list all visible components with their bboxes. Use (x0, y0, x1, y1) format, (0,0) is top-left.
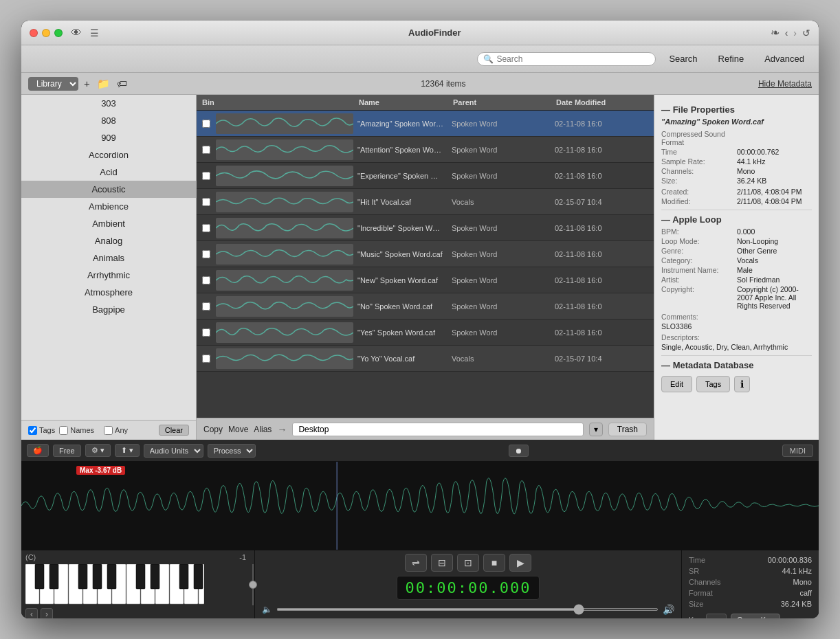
folder-icon-button[interactable]: 📁 (96, 76, 111, 91)
sidebar-item-acid[interactable]: Acid (21, 164, 196, 181)
row-checkbox[interactable] (202, 146, 210, 154)
row-checkbox[interactable] (202, 224, 210, 232)
add-library-button[interactable]: + (82, 76, 91, 91)
loop-button[interactable]: ⊟ (431, 554, 453, 572)
table-row[interactable]: "No" Spoken Word.caf Spoken Word 02-11-0… (197, 293, 654, 320)
table-row[interactable]: "Incredible" Spoken Word.caf Spoken Word… (197, 215, 654, 241)
waveform-thumbnail (216, 218, 353, 238)
hide-metadata-button[interactable]: Hide Metadata (758, 79, 812, 89)
any-checkbox-label[interactable]: Any (104, 426, 128, 435)
svg-rect-15 (35, 564, 44, 589)
category-label: Category: (661, 256, 737, 265)
table-row[interactable]: "Attention" Spoken Word.caf Spoken Word … (197, 137, 654, 163)
row-checkbox[interactable] (202, 198, 210, 206)
destination-input[interactable] (292, 423, 583, 436)
row-checkbox[interactable] (202, 120, 210, 128)
settings-button[interactable]: ⚙ ▾ (85, 444, 111, 457)
any-checkbox[interactable] (104, 426, 113, 435)
stat-channels-value: Mono (793, 578, 812, 586)
tags-button[interactable]: Tags (696, 376, 730, 392)
table-row[interactable]: "Amazing" Spoken Word.caf Spoken Word 02… (197, 111, 654, 137)
file-name: "Yes" Spoken Word.caf (353, 328, 447, 337)
midi-button[interactable]: MIDI (782, 445, 813, 457)
table-row[interactable]: "New" Spoken Word.caf Spoken Word 02-11-… (197, 267, 654, 293)
sidebar-item-ambience[interactable]: Ambience (21, 198, 196, 215)
shuffle-button[interactable]: ⇌ (405, 554, 427, 572)
apple-button[interactable]: 🍎 (27, 444, 49, 457)
row-checkbox[interactable] (202, 172, 210, 180)
col-date: Date Modified (551, 97, 654, 108)
loop-mode-label: Loop Mode: (661, 237, 737, 245)
hamburger-icon[interactable]: ☰ (90, 27, 99, 38)
sidebar-item-909[interactable]: 909 (21, 129, 196, 146)
minimize-button[interactable] (42, 29, 50, 37)
sidebar-item-analog[interactable]: Analog (21, 232, 196, 249)
tags-checkbox-label[interactable]: Tags (28, 426, 55, 435)
file-date: 02-15-07 10:4 (551, 355, 654, 363)
right-arrow-icon[interactable]: › (793, 27, 797, 38)
sidebar-item-atmosphere[interactable]: Atmosphere (21, 284, 196, 301)
piano-svg[interactable] (25, 564, 204, 605)
sidebar-item-animals[interactable]: Animals (21, 249, 196, 267)
guess-key-button[interactable]: Guess Key (731, 614, 780, 618)
table-row[interactable]: "Yes" Spoken Word.caf Spoken Word 02-11-… (197, 320, 654, 346)
sidebar-item-bagpipe[interactable]: Bagpipe (21, 301, 196, 318)
refine-button[interactable]: Refine (711, 51, 752, 67)
trash-button[interactable]: Trash (608, 423, 647, 436)
search-button[interactable]: Search (661, 51, 705, 67)
table-row[interactable]: "Hit It" Vocal.caf Vocals 02-15-07 10:4 (197, 189, 654, 215)
skip-back-button[interactable]: ⊡ (457, 554, 479, 572)
table-row[interactable]: "Experience" Spoken Word.caf Spoken Word… (197, 163, 654, 189)
process-select[interactable]: Process (208, 444, 256, 458)
volume-slider[interactable] (276, 608, 659, 611)
close-button[interactable] (30, 29, 38, 37)
waveform-display[interactable]: Max -3.67 dB (21, 462, 819, 550)
piano-left-button[interactable]: ‹ (25, 608, 38, 618)
row-checkbox[interactable] (202, 302, 210, 311)
left-arrow-icon[interactable]: ‹ (785, 27, 788, 38)
waveform-thumbnail (216, 270, 353, 291)
sidebar-item-ambient[interactable]: Ambient (21, 215, 196, 232)
zoom-button[interactable] (54, 29, 63, 37)
names-checkbox-label[interactable]: Names (59, 426, 94, 435)
copy-button[interactable]: Copy (203, 425, 223, 434)
stop-button[interactable]: ■ (483, 554, 505, 572)
sidebar-item-acoustic[interactable]: Acoustic (21, 181, 196, 198)
created-value: 2/11/08, 4:08:04 PM (737, 188, 802, 196)
row-checkbox[interactable] (202, 276, 210, 284)
audio-units-select[interactable]: Audio Units (144, 444, 203, 458)
tags-checkbox[interactable] (28, 426, 37, 435)
library-select[interactable]: Library (28, 77, 78, 91)
sidebar-item-303[interactable]: 303 (21, 95, 196, 112)
destination-arrow-button[interactable]: ▾ (589, 423, 603, 436)
row-checkbox[interactable] (202, 250, 210, 258)
table-row[interactable]: "Music" Spoken Word.caf Spoken Word 02-1… (197, 241, 654, 267)
names-checkbox[interactable] (59, 426, 68, 435)
alias-button[interactable]: Alias (254, 425, 272, 434)
refresh-icon[interactable]: ↺ (802, 27, 810, 38)
edit-button[interactable]: Edit (661, 376, 692, 392)
share-button[interactable]: ⬆ ▾ (115, 444, 140, 457)
sidebar-item-arrhythmic[interactable]: Arrhythmic (21, 267, 196, 284)
tag-icon-button[interactable]: 🏷 (115, 76, 129, 91)
piano-keys[interactable] (25, 564, 250, 605)
piano-slider-thumb[interactable] (249, 581, 257, 589)
sidebar-item-808[interactable]: 808 (21, 112, 196, 129)
move-button[interactable]: Move (228, 425, 248, 434)
search-input[interactable] (496, 54, 620, 64)
record-button[interactable]: ⏺ (509, 445, 529, 457)
clear-button[interactable]: Clear (159, 425, 189, 436)
info-button[interactable]: ℹ (734, 376, 750, 392)
back-icon[interactable]: ❧ (771, 26, 780, 39)
eye-icon[interactable]: 👁 (71, 27, 82, 39)
advanced-button[interactable]: Advanced (757, 51, 812, 67)
sidebar-item-accordion[interactable]: Accordion (21, 146, 196, 164)
free-button[interactable]: Free (53, 445, 81, 457)
piano-nav: ‹ › (25, 608, 250, 618)
row-checkbox[interactable] (202, 355, 210, 363)
table-row[interactable]: "Yo Yo" Vocal.caf Vocals 02-15-07 10:4 (197, 346, 654, 372)
play-button[interactable]: ▶ (509, 554, 531, 572)
row-checkbox[interactable] (202, 328, 210, 337)
file-name: "Attention" Spoken Word.caf (353, 146, 447, 154)
piano-right-button[interactable]: › (41, 608, 53, 618)
